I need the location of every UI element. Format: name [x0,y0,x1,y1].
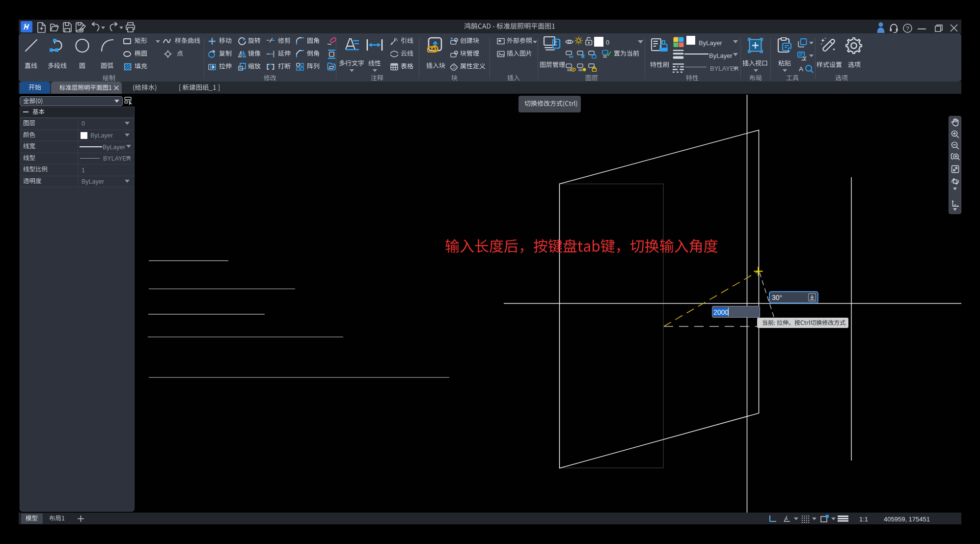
svg-text:A: A [395,37,398,42]
svg-text:?: ? [906,26,909,31]
svg-text:A: A [799,65,803,73]
